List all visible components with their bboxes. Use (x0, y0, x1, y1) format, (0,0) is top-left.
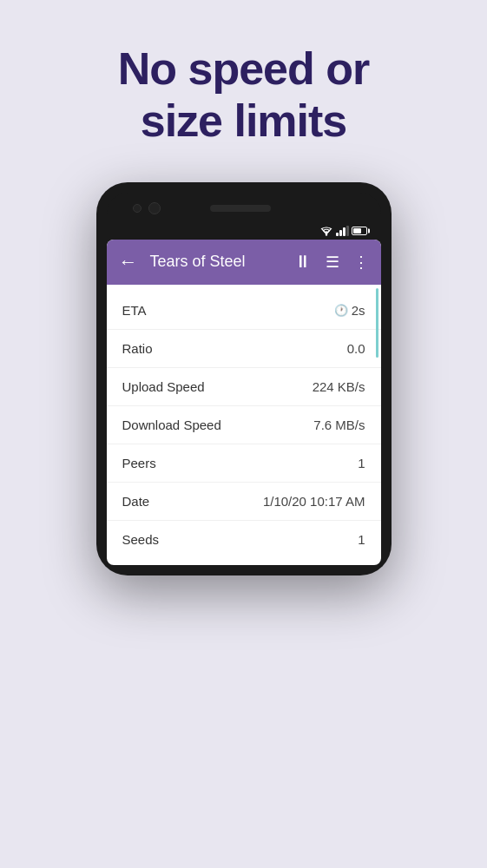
battery-fill (353, 228, 362, 233)
battery-icon (352, 227, 367, 235)
peers-label: Peers (122, 456, 156, 470)
eta-value: 🕐 2s (334, 303, 365, 318)
download-speed-label: Download Speed (122, 418, 221, 432)
signal-bar-2 (339, 230, 342, 236)
seeds-label: Seeds (122, 532, 160, 547)
camera-dot-small (133, 204, 141, 213)
table-row: ETA 🕐 2s (107, 292, 381, 330)
signal-icon (336, 226, 349, 236)
signal-bar-4 (346, 226, 349, 236)
ratio-label: Ratio (122, 341, 153, 356)
signal-bar-3 (343, 227, 346, 236)
hero-heading: No speed or size limits (83, 0, 405, 174)
phone-screen: ← Tears of Steel ⏸ ☰ ⋮ ETA 🕐 2s (107, 240, 381, 565)
camera-dot-large (148, 202, 161, 214)
peers-value: 1 (358, 456, 365, 470)
toolbar-actions: ⏸ ☰ ⋮ (294, 252, 369, 272)
more-button[interactable]: ⋮ (353, 253, 369, 272)
table-row: Date 1/10/20 10:17 AM (107, 483, 381, 521)
status-icons (319, 226, 367, 236)
signal-bar-1 (336, 233, 339, 236)
upload-speed-value: 224 KB/s (313, 379, 365, 394)
ratio-value: 0.0 (347, 341, 365, 356)
phone-frame: ← Tears of Steel ⏸ ☰ ⋮ ETA 🕐 2s (96, 182, 392, 575)
date-value: 1/10/20 10:17 AM (263, 494, 365, 509)
toolbar-title: Tears of Steel (150, 253, 294, 271)
table-row: Download Speed 7.6 MB/s (107, 406, 381, 444)
wifi-icon (319, 226, 333, 236)
screen-content: ETA 🕐 2s Ratio 0.0 Upload Speed (107, 285, 381, 565)
scrollbar-track (376, 288, 379, 565)
phone-top-bar (107, 193, 381, 224)
pause-button[interactable]: ⏸ (294, 252, 312, 272)
list-button[interactable]: ☰ (326, 253, 339, 272)
scrollbar-thumb[interactable] (376, 288, 378, 358)
svg-point-0 (325, 233, 326, 235)
eta-label: ETA (122, 303, 147, 318)
upload-speed-label: Upload Speed (122, 379, 205, 394)
table-row: Peers 1 (107, 444, 381, 483)
back-button[interactable]: ← (119, 251, 138, 273)
camera-area (133, 202, 161, 214)
table-row: Seeds 1 (107, 521, 381, 558)
table-row: Upload Speed 224 KB/s (107, 368, 381, 406)
download-speed-value: 7.6 MB/s (313, 418, 365, 432)
phone-mockup: ← Tears of Steel ⏸ ☰ ⋮ ETA 🕐 2s (96, 182, 392, 575)
seeds-value: 1 (358, 532, 365, 547)
status-bar (107, 224, 381, 240)
app-toolbar: ← Tears of Steel ⏸ ☰ ⋮ (107, 240, 381, 285)
info-list: ETA 🕐 2s Ratio 0.0 Upload Speed (107, 285, 381, 565)
table-row: Ratio 0.0 (107, 330, 381, 368)
eta-clock-icon: 🕐 (334, 304, 348, 317)
date-label: Date (122, 494, 150, 509)
speaker-bar (210, 205, 271, 212)
